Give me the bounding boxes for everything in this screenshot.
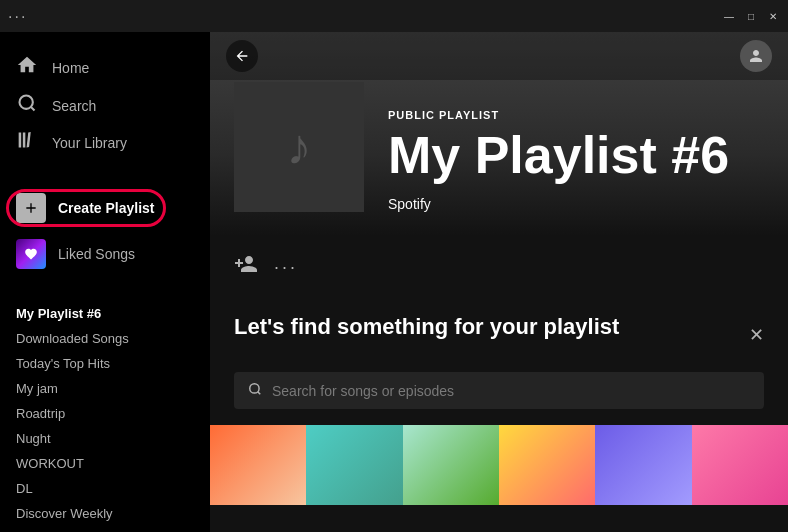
playlist-title: My Playlist #6 (388, 127, 764, 184)
color-seg-3 (403, 425, 499, 505)
playlist-list: My Playlist #6 Downloaded Songs Today's … (0, 293, 210, 532)
playlist-item-7[interactable]: DL (0, 476, 210, 501)
sidebar-item-library[interactable]: Your Library (16, 124, 194, 161)
color-seg-6 (692, 425, 788, 505)
playlist-item-8[interactable]: Discover Weekly (0, 501, 210, 526)
search-icon-small (248, 382, 262, 399)
svg-line-5 (258, 392, 261, 395)
back-button[interactable] (226, 40, 258, 72)
top-bar (210, 32, 788, 80)
search-bar (234, 372, 764, 409)
window-menu-dots[interactable]: ··· (8, 8, 27, 26)
find-songs-title: Let's find something for your playlist (234, 314, 619, 340)
playlist-item-0[interactable]: My Playlist #6 (0, 301, 210, 326)
sidebar-item-search[interactable]: Search (16, 87, 194, 124)
playlist-cover: ♪ (234, 82, 364, 212)
title-bar: ··· — □ ✕ (0, 0, 788, 32)
color-seg-2 (306, 425, 402, 505)
maximize-button[interactable]: □ (744, 9, 758, 23)
library-icon (16, 130, 38, 155)
create-playlist-label: Create Playlist (58, 200, 155, 216)
create-playlist-button[interactable]: Create Playlist (0, 185, 210, 231)
svg-line-1 (31, 107, 35, 111)
find-songs-section: Let's find something for your playlist ✕ (210, 298, 788, 425)
window-controls: — □ ✕ (722, 9, 780, 23)
sidebar: Home Search Your Library (0, 32, 210, 532)
color-segments (210, 425, 788, 505)
user-avatar[interactable] (740, 40, 772, 72)
liked-songs-icon (16, 239, 46, 269)
playlist-actions: ··· (210, 236, 788, 298)
sidebar-item-home[interactable]: Home (16, 48, 194, 87)
playlist-item-3[interactable]: My jam (0, 376, 210, 401)
search-icon (16, 93, 38, 118)
svg-point-0 (20, 96, 33, 109)
close-button[interactable]: ✕ (766, 9, 780, 23)
playlist-type: PUBLIC PLAYLIST (388, 109, 764, 121)
playlist-item-6[interactable]: WORKOUT (0, 451, 210, 476)
minimize-button[interactable]: — (722, 9, 736, 23)
svg-rect-2 (19, 133, 22, 148)
bottom-bar (210, 425, 788, 505)
color-seg-4 (499, 425, 595, 505)
playlist-item-4[interactable]: Roadtrip (0, 401, 210, 426)
playlist-owner: Spotify (388, 196, 764, 212)
create-playlist-icon (16, 193, 46, 223)
add-user-button[interactable] (234, 252, 258, 282)
music-note-icon: ♪ (287, 118, 312, 176)
liked-songs-button[interactable]: Liked Songs (0, 231, 210, 277)
main-content: ♪ PUBLIC PLAYLIST My Playlist #6 Spotify… (210, 32, 788, 532)
svg-point-4 (250, 384, 259, 393)
search-label: Search (52, 98, 96, 114)
playlist-item-5[interactable]: Nught (0, 426, 210, 451)
color-seg-1 (210, 425, 306, 505)
home-label: Home (52, 60, 89, 76)
app-container: Home Search Your Library (0, 32, 788, 532)
home-icon (16, 54, 38, 81)
library-label: Your Library (52, 135, 127, 151)
playlist-info: PUBLIC PLAYLIST My Playlist #6 Spotify (388, 109, 764, 212)
playlist-item-1[interactable]: Downloaded Songs (0, 326, 210, 351)
sidebar-nav: Home Search Your Library (0, 40, 210, 169)
color-seg-5 (595, 425, 691, 505)
svg-rect-3 (23, 133, 25, 148)
liked-songs-label: Liked Songs (58, 246, 135, 262)
more-options-button[interactable]: ··· (274, 257, 298, 278)
playlist-item-2[interactable]: Today's Top Hits (0, 351, 210, 376)
song-search-input[interactable] (272, 383, 750, 399)
close-find-button[interactable]: ✕ (749, 324, 764, 346)
find-songs-header: Let's find something for your playlist ✕ (234, 314, 764, 356)
